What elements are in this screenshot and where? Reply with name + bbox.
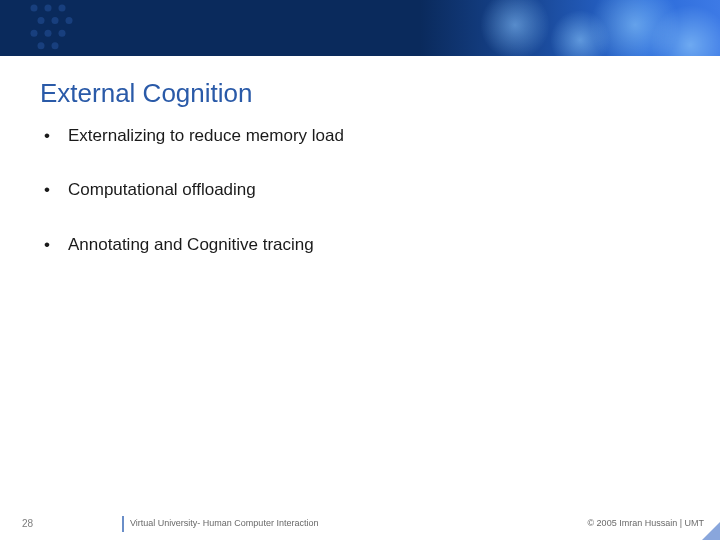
list-item: • Externalizing to reduce memory load (44, 126, 664, 146)
svg-point-5 (66, 17, 73, 24)
slide: External Cognition • Externalizing to re… (0, 0, 720, 540)
header-band (0, 0, 720, 56)
slide-title: External Cognition (40, 78, 252, 109)
corner-accent-icon (702, 522, 720, 540)
svg-point-8 (59, 30, 66, 37)
svg-point-2 (59, 5, 66, 12)
svg-point-1 (45, 5, 52, 12)
hex-pattern-icon (10, 0, 100, 56)
svg-point-0 (31, 5, 38, 12)
svg-point-4 (52, 17, 59, 24)
slide-content: • Externalizing to reduce memory load • … (44, 126, 664, 289)
list-item-text: Externalizing to reduce memory load (68, 126, 344, 146)
bullet-icon: • (44, 235, 68, 255)
list-item-text: Computational offloading (68, 180, 256, 200)
svg-point-3 (38, 17, 45, 24)
bullet-icon: • (44, 180, 68, 200)
svg-point-9 (38, 42, 45, 49)
footer-divider (122, 516, 124, 532)
slide-number: 28 (22, 518, 33, 529)
footer: 28 Virtual University- Human Computer In… (0, 512, 720, 540)
svg-point-10 (52, 42, 59, 49)
list-item: • Annotating and Cognitive tracing (44, 235, 664, 255)
svg-point-6 (31, 30, 38, 37)
list-item: • Computational offloading (44, 180, 664, 200)
svg-point-7 (45, 30, 52, 37)
footer-center-text: Virtual University- Human Computer Inter… (130, 518, 318, 528)
footer-copyright: © 2005 Imran Hussain | UMT (587, 518, 704, 528)
bokeh-circle-icon (480, 0, 550, 56)
bullet-icon: • (44, 126, 68, 146)
list-item-text: Annotating and Cognitive tracing (68, 235, 314, 255)
